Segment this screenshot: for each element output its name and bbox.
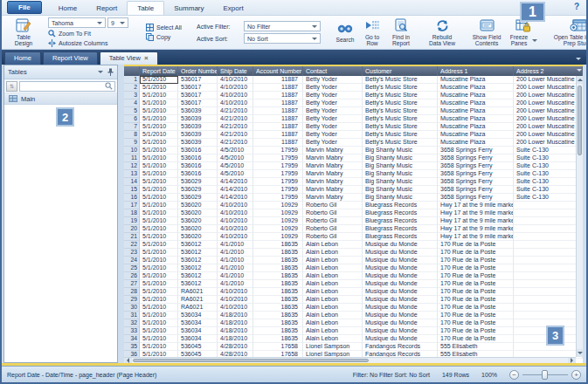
table-cell[interactable]: 4/1/2010 <box>218 264 253 272</box>
table-cell[interactable]: 170 Rue de la Poste <box>438 280 514 288</box>
table-cell[interactable]: Musique du Monde <box>363 241 438 249</box>
table-design-button[interactable]: Table Design <box>6 17 41 48</box>
table-cell[interactable]: 536016 <box>178 154 218 162</box>
table-cell[interactable]: 3658 Springs Ferry <box>438 147 514 154</box>
table-cell[interactable]: 4/18/2010 <box>218 327 253 335</box>
table-cell[interactable]: 5/1/2010 <box>140 312 178 319</box>
table-cell[interactable]: 536016 <box>178 170 218 178</box>
scroll-up-button[interactable] <box>577 76 583 84</box>
table-cell[interactable]: 4/21/2010 <box>218 123 253 131</box>
table-cell[interactable]: 536020 <box>178 225 218 233</box>
table-cell[interactable]: 200 Lower Muscatine <box>514 76 583 84</box>
table-cell[interactable] <box>514 241 583 249</box>
rebuild-data-view-button[interactable]: Rebuild Data View <box>424 17 460 48</box>
table-cell[interactable] <box>514 225 583 233</box>
search-icon[interactable] <box>105 82 113 90</box>
table-cell[interactable]: Musique du Monde <box>363 257 438 264</box>
vertical-scrollbar[interactable] <box>576 76 583 357</box>
row-number[interactable]: 32 <box>124 319 140 327</box>
table-cell[interactable]: 18635 <box>253 319 303 327</box>
row-number[interactable]: 7 <box>124 123 140 131</box>
table-cell[interactable]: Hwy 17 at the 9 mile marker <box>438 202 514 209</box>
table-cell[interactable]: Musique du Monde <box>363 304 438 312</box>
table-cell[interactable]: Alain Lebon <box>303 319 363 327</box>
table-row[interactable]: 235/1/20105360124/1/201018635Alain Lebon… <box>124 249 583 257</box>
table-cell[interactable]: Muscatine Plaza <box>438 92 514 99</box>
row-number[interactable]: 20 <box>124 225 140 233</box>
row-number[interactable]: 23 <box>124 249 140 257</box>
autosize-columns-button[interactable]: Autosize Columns <box>48 39 139 47</box>
chevron-down-icon[interactable] <box>98 71 103 73</box>
table-cell[interactable]: Marvin Mabry <box>303 170 363 178</box>
table-cell[interactable]: Big Shanty Music <box>363 186 438 194</box>
horizontal-scroll-thumb[interactable] <box>133 359 369 362</box>
table-cell[interactable]: Betty's Music Store <box>363 107 438 115</box>
table-cell[interactable]: Alain Lebon <box>303 257 363 264</box>
table-cell[interactable]: Big Shanty Music <box>363 170 438 178</box>
table-cell[interactable]: Marvin Mabry <box>303 194 363 202</box>
table-cell[interactable]: 4/10/2010 <box>218 202 253 209</box>
table-cell[interactable]: 4/1/2010 <box>218 241 253 249</box>
table-cell[interactable]: 170 Rue de la Poste <box>438 288 514 296</box>
table-cell[interactable]: 5/1/2010 <box>140 84 178 92</box>
table-cell[interactable]: 170 Rue de la Poste <box>438 249 514 257</box>
table-cell[interactable]: Bluegrass Records <box>363 209 438 217</box>
table-cell[interactable]: Musique du Monde <box>363 272 438 280</box>
table-cell[interactable]: Betty's Music Store <box>363 92 438 99</box>
column-header[interactable]: Ship Date <box>218 66 253 76</box>
table-cell[interactable]: Muscatine Plaza <box>438 123 514 131</box>
table-cell[interactable]: Betty Yoder <box>303 84 363 92</box>
table-cell[interactable]: 18635 <box>253 257 303 264</box>
table-cell[interactable]: 3658 Springs Ferry <box>438 178 514 186</box>
table-cell[interactable]: 4/21/2010 <box>218 115 253 123</box>
table-row[interactable]: 285/1/2010RA60214/10/201018635Alain Lebo… <box>124 288 583 296</box>
table-cell[interactable]: 536012 <box>178 257 218 264</box>
tab-table[interactable]: Table <box>127 1 164 15</box>
table-cell[interactable]: 555 Elisabeth <box>438 343 514 351</box>
row-number[interactable]: 13 <box>124 170 140 178</box>
row-number[interactable]: 15 <box>124 186 140 194</box>
row-number[interactable]: 34 <box>124 335 140 343</box>
row-number[interactable]: 28 <box>124 288 140 296</box>
table-row[interactable]: 125/1/20105360164/5/201017959Marvin Mabr… <box>124 162 583 170</box>
table-cell[interactable]: 18635 <box>253 327 303 335</box>
table-cell[interactable]: Hwy 17 at the 9 mile marker <box>438 209 514 217</box>
table-cell[interactable]: 536029 <box>178 194 218 202</box>
sidebar-item-main[interactable]: Main <box>4 93 117 105</box>
zoom-out-button[interactable]: − <box>509 370 519 380</box>
row-number[interactable]: 19 <box>124 217 140 225</box>
table-cell[interactable]: 5/1/2010 <box>140 202 178 209</box>
table-row[interactable]: 335/1/20105360344/18/201018635Alain Lebo… <box>124 327 583 335</box>
table-cell[interactable]: Muscatine Plaza <box>438 115 514 123</box>
table-cell[interactable]: Muscatine Plaza <box>438 139 514 147</box>
table-row[interactable]: 275/1/20105360124/1/201018635Alain Lebon… <box>124 280 583 288</box>
table-cell[interactable]: Hwy 17 at the 9 mile marker <box>438 217 514 225</box>
table-row[interactable]: 155/1/20105360294/14/201017959Marvin Mab… <box>124 186 583 194</box>
table-cell[interactable]: 200 Lower Muscatine <box>514 131 583 139</box>
table-cell[interactable]: 4/10/2010 <box>218 217 253 225</box>
column-header[interactable]: Address 1 <box>438 66 514 76</box>
font-name-select[interactable]: Tahoma <box>48 17 106 28</box>
table-row[interactable]: 215/1/20105360204/10/201010929Roberto Gi… <box>124 233 583 241</box>
table-cell[interactable]: Suite C-130 <box>514 170 583 178</box>
font-size-select[interactable]: 9 <box>107 17 128 28</box>
table-cell[interactable]: 536016 <box>178 147 218 154</box>
table-cell[interactable] <box>514 202 583 209</box>
column-header[interactable]: Customer <box>363 66 438 76</box>
table-cell[interactable]: 18635 <box>253 272 303 280</box>
table-cell[interactable]: 11887 <box>253 99 303 107</box>
table-cell[interactable]: 5/1/2010 <box>140 217 178 225</box>
table-cell[interactable]: 5/1/2010 <box>140 264 178 272</box>
table-cell[interactable]: 17959 <box>253 147 303 154</box>
table-cell[interactable]: 170 Rue de la Poste <box>438 319 514 327</box>
table-cell[interactable]: 10929 <box>253 217 303 225</box>
table-cell[interactable]: Betty Yoder <box>303 123 363 131</box>
table-cell[interactable]: 5/1/2010 <box>140 233 178 241</box>
row-number[interactable]: 16 <box>124 194 140 202</box>
table-cell[interactable]: Betty Yoder <box>303 76 363 84</box>
table-cell[interactable]: Musique du Monde <box>363 327 438 335</box>
table-cell[interactable]: 4/21/2010 <box>218 131 253 139</box>
table-cell[interactable]: 536039 <box>178 123 218 131</box>
horizontal-scrollbar[interactable] <box>124 357 576 363</box>
table-cell[interactable]: 170 Rue de la Poste <box>438 304 514 312</box>
